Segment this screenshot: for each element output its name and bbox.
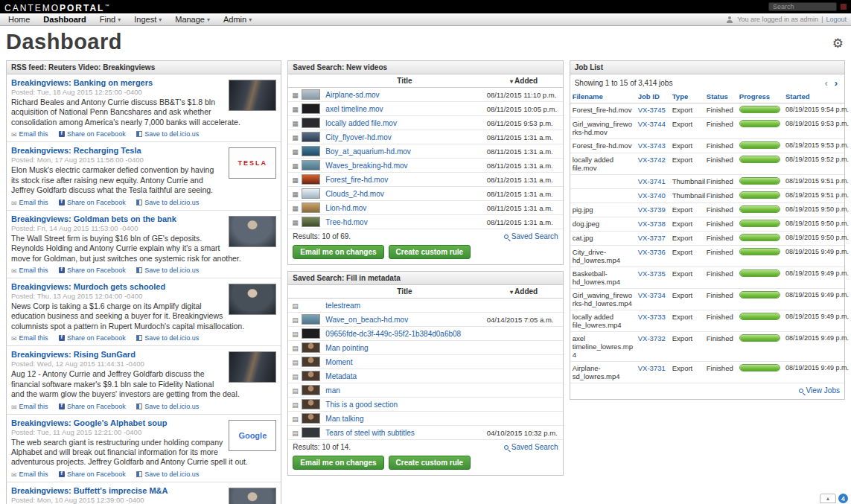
- share-facebook-link[interactable]: Share on Facebook: [67, 334, 126, 342]
- item-thumbnail[interactable]: [302, 314, 320, 325]
- item-thumbnail[interactable]: [302, 399, 320, 409]
- scroll-top-button[interactable]: ▴: [820, 494, 836, 503]
- column-header-added[interactable]: ▾Added: [485, 285, 563, 299]
- item-thumbnail[interactable]: [302, 371, 320, 381]
- item-thumbnail[interactable]: [302, 160, 320, 170]
- item-title-link[interactable]: Airplane-sd.mov: [325, 91, 379, 99]
- item-thumbnail[interactable]: [302, 118, 320, 128]
- share-facebook-link[interactable]: Share on Facebook: [67, 267, 126, 274]
- email-this-link[interactable]: Email this: [19, 130, 48, 138]
- item-title-link[interactable]: axel timeline.mov: [325, 105, 383, 113]
- col-header-filename[interactable]: Filename: [570, 90, 636, 103]
- save-delicious-link[interactable]: Save to del.icio.us: [144, 267, 199, 274]
- job-id-link[interactable]: VX-3734: [638, 291, 666, 299]
- item-title-link[interactable]: telestream: [325, 302, 360, 310]
- column-header-title[interactable]: Title: [324, 285, 485, 299]
- view-jobs-link[interactable]: View Jobs: [799, 386, 840, 395]
- item-thumbnail[interactable]: [302, 427, 320, 438]
- item-title-link[interactable]: Waves_breaking-hd.mov: [325, 162, 407, 170]
- job-id-link[interactable]: VX-3731: [638, 364, 666, 372]
- column-header-title[interactable]: Title: [324, 74, 485, 88]
- nav-home[interactable]: Home: [1, 13, 36, 26]
- nav-manage[interactable]: Manage▾: [168, 13, 217, 26]
- nav-admin[interactable]: Admin▾: [217, 13, 258, 26]
- notification-icon[interactable]: [841, 4, 847, 10]
- col-header-progress[interactable]: Progress: [737, 90, 783, 103]
- saved-search-link[interactable]: Saved Search: [504, 232, 558, 240]
- save-delicious-link[interactable]: Save to del.icio.us: [144, 130, 199, 138]
- item-title-link[interactable]: Lion-hd.mov: [325, 204, 366, 212]
- email-this-link[interactable]: Email this: [19, 403, 48, 410]
- job-id-link[interactable]: VX-3737: [638, 234, 666, 242]
- prev-page-icon[interactable]: ‹: [823, 77, 830, 89]
- item-thumbnail[interactable]: [302, 413, 320, 424]
- item-title-link[interactable]: man: [325, 386, 340, 395]
- item-title-link[interactable]: Boy_at_aquarium-hd.mov: [325, 147, 411, 156]
- job-id-link[interactable]: VX-3743: [638, 141, 666, 150]
- email-this-link[interactable]: Email this: [19, 199, 48, 206]
- share-facebook-link[interactable]: Share on Facebook: [67, 199, 126, 206]
- item-thumbnail[interactable]: [302, 328, 320, 339]
- job-id-link[interactable]: VX-3735: [638, 269, 666, 278]
- saved-search-link[interactable]: Saved Search: [504, 443, 558, 451]
- item-title-link[interactable]: This is a good section: [325, 401, 398, 409]
- gear-icon[interactable]: ⚙: [832, 36, 844, 51]
- item-thumbnail[interactable]: [302, 217, 320, 227]
- nav-ingest[interactable]: Ingest▾: [127, 13, 168, 26]
- job-id-link[interactable]: VX-3733: [638, 313, 666, 321]
- next-page-icon[interactable]: ›: [832, 77, 840, 89]
- save-delicious-link[interactable]: Save to del.icio.us: [144, 403, 199, 410]
- item-title-link[interactable]: Wave_on_beach-hd.mov: [325, 316, 408, 324]
- save-delicious-link[interactable]: Save to del.icio.us: [144, 470, 199, 478]
- item-thumbnail[interactable]: [302, 202, 320, 213]
- item-thumbnail[interactable]: [302, 89, 320, 100]
- item-title-link[interactable]: Tears of steel with subtitles: [325, 429, 415, 437]
- save-delicious-link[interactable]: Save to del.icio.us: [144, 334, 199, 342]
- share-facebook-link[interactable]: Share on Facebook: [67, 403, 126, 410]
- share-facebook-link[interactable]: Share on Facebook: [67, 470, 126, 478]
- job-id-link[interactable]: VX-3745: [638, 106, 666, 114]
- col-header-status[interactable]: Status: [704, 90, 737, 103]
- item-title-link[interactable]: Man talking: [325, 415, 363, 423]
- logout-link[interactable]: Logout: [826, 16, 847, 23]
- item-thumbnail[interactable]: [302, 342, 320, 353]
- notification-badge[interactable]: 4: [838, 494, 848, 503]
- item-thumbnail[interactable]: [302, 188, 320, 199]
- search-input[interactable]: [768, 2, 837, 11]
- job-id-link[interactable]: VX-3738: [638, 220, 666, 228]
- item-thumbnail[interactable]: [302, 132, 320, 142]
- job-id-link[interactable]: VX-3736: [638, 248, 666, 256]
- create-custom-rule-button[interactable]: Create custom rule: [389, 245, 471, 259]
- email-this-link[interactable]: Email this: [19, 470, 48, 478]
- save-delicious-link[interactable]: Save to del.icio.us: [144, 199, 199, 206]
- item-title-link[interactable]: Moment: [325, 358, 352, 366]
- item-title-link[interactable]: locally added file.mov: [325, 119, 397, 127]
- email-me-on-changes-button[interactable]: Email me on changes: [293, 245, 383, 259]
- col-header-type[interactable]: Type: [670, 90, 704, 103]
- item-thumbnail[interactable]: [302, 357, 320, 367]
- item-title-link[interactable]: Clouds_2-hd.mov: [325, 190, 383, 198]
- job-id-link[interactable]: VX-3742: [638, 156, 666, 164]
- column-header-added[interactable]: ▾Added: [485, 74, 563, 88]
- item-title-link[interactable]: Man pointing: [325, 344, 368, 352]
- email-this-link[interactable]: Email this: [19, 267, 48, 274]
- job-id-link[interactable]: VX-3732: [638, 334, 666, 342]
- item-title-link[interactable]: Metadata: [325, 372, 357, 380]
- item-title-link[interactable]: Forest_fire-hd.mov: [325, 176, 388, 184]
- item-title-link[interactable]: City_flyover-hd.mov: [325, 133, 391, 141]
- job-id-link[interactable]: VX-3741: [638, 177, 666, 185]
- email-this-link[interactable]: Email this: [19, 334, 48, 342]
- create-custom-rule-button[interactable]: Create custom rule: [389, 456, 471, 470]
- item-thumbnail[interactable]: [302, 385, 320, 395]
- item-title-link[interactable]: 09656fde-dc3f-449c-95f2-1b384d0a6b08: [325, 330, 461, 338]
- job-id-link[interactable]: VX-3740: [638, 191, 666, 200]
- item-title-link[interactable]: Tree-hd.mov: [325, 218, 367, 226]
- nav-find[interactable]: Find▾: [93, 13, 127, 26]
- col-header-started[interactable]: Started: [783, 90, 844, 103]
- item-thumbnail[interactable]: [302, 174, 320, 185]
- col-header-job-id[interactable]: Job ID: [636, 90, 670, 103]
- email-me-on-changes-button[interactable]: Email me on changes: [293, 456, 383, 470]
- item-thumbnail[interactable]: [302, 146, 320, 156]
- job-id-link[interactable]: VX-3744: [638, 120, 666, 128]
- job-id-link[interactable]: VX-3739: [638, 205, 666, 214]
